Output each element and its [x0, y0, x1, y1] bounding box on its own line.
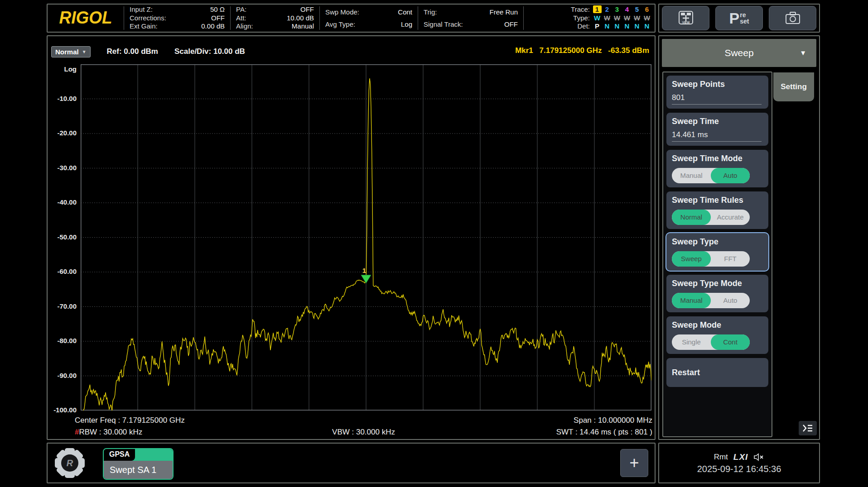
status-group-3: Trig:Free RunSignal Track:OFF — [418, 5, 523, 32]
card-sweep-type: Sweep TypeSweepFFT — [666, 233, 768, 271]
sweep-time-rules-option-normal[interactable]: Normal — [672, 210, 711, 225]
trace-detector: P — [592, 22, 602, 31]
sweep-type-mode-option-auto[interactable]: Auto — [711, 293, 750, 308]
trace-type: W — [622, 14, 632, 23]
sweep-points-title: Sweep Points — [672, 80, 763, 89]
tab-setting[interactable]: Setting — [773, 72, 814, 101]
app-task-bar: R GPSA Swept SA 1 + — [47, 443, 656, 483]
collapse-menu-button[interactable] — [799, 421, 817, 435]
sweep-time-mode-option-auto[interactable]: Auto — [711, 168, 750, 183]
view-icon: VIEW — [677, 9, 694, 27]
sweep-time-mode-option-manual[interactable]: Manual — [672, 168, 711, 183]
status-group-0: Input Z:50 ΩCorrections:OFFExt Gain:0.00… — [124, 5, 230, 32]
preset-set-text: set — [740, 18, 749, 24]
preset-p-text: P — [729, 11, 740, 25]
app-tab-title: Swept SA 1 — [104, 461, 173, 479]
app-window: RIGOL Input Z:50 ΩCorrections:OFFExt Gai… — [0, 0, 868, 487]
trace-mode-dropdown[interactable]: Normal ▼ — [51, 46, 91, 57]
speaker-muted-icon[interactable] — [753, 453, 764, 461]
screenshot-button[interactable] — [769, 6, 816, 30]
vbw-readout: VBW : 30.000 kHz — [332, 428, 395, 437]
trace-detector: N — [642, 22, 652, 31]
marker1-frequency: 7.179125000 GHz — [540, 46, 602, 55]
ref-level-readout: Ref: 0.00 dBm — [107, 47, 158, 56]
menu-collapse-icon — [802, 424, 814, 433]
y-tick-label: -30.00 — [48, 164, 77, 172]
app-mode-label: GPSA — [104, 449, 135, 461]
status-item: Signal Track:OFF — [424, 18, 518, 30]
scale-per-div-readout: Scale/Div: 10.00 dB — [174, 47, 245, 56]
y-tick-label: -50.00 — [48, 233, 77, 241]
y-tick-label: -60.00 — [48, 267, 77, 275]
menu-title-dropdown[interactable]: Sweep ▼ — [662, 39, 816, 67]
status-item: PA:OFF — [236, 5, 314, 14]
card-restart[interactable]: Restart — [666, 358, 768, 387]
trace-detector: N — [612, 22, 622, 31]
chart-header: Normal ▼ Ref: 0.00 dBm Scale/Div: 10.00 … — [51, 44, 245, 59]
top-right-toolbar: VIEW P re set — [658, 4, 820, 33]
spectrum-display: Normal ▼ Ref: 0.00 dBm Scale/Div: 10.00 … — [47, 35, 656, 440]
sweep-type-toggle[interactable]: SweepFFT — [672, 251, 750, 267]
sweep-time-rules-title: Sweep Time Rules — [672, 196, 763, 205]
trace-number-row: Trace:123456 — [566, 5, 652, 14]
trace-detector: N — [632, 22, 642, 31]
add-app-button[interactable]: + — [620, 449, 648, 477]
view-button[interactable]: VIEW — [662, 6, 709, 30]
sweep-time-mode-title: Sweep Time Mode — [672, 154, 763, 163]
card-sweep-type-mode: Sweep Type ModeManualAuto — [666, 275, 768, 312]
y-tick-label: -90.00 — [48, 372, 77, 379]
y-tick-label: -70.00 — [48, 302, 77, 310]
sweep-mode-option-single[interactable]: Single — [672, 334, 711, 350]
rigol-logo: RIGOL — [48, 5, 124, 32]
preset-button[interactable]: P re set — [715, 6, 763, 30]
rigol-logo-text: RIGOL — [59, 8, 112, 28]
sweep-type-option-sweep[interactable]: Sweep — [672, 251, 711, 267]
sweep-time-mode-toggle[interactable]: ManualAuto — [672, 168, 750, 183]
tab-swept-sa[interactable]: GPSA Swept SA 1 — [103, 448, 174, 480]
card-sweep-time: Sweep Time14.461 ms — [666, 113, 768, 146]
marker1-amplitude: -63.35 dBm — [608, 46, 649, 55]
trace-type-row: Type:WWWWWW — [566, 14, 652, 23]
sweep-type-title: Sweep Type — [672, 237, 763, 247]
status-item: Corrections:OFF — [130, 14, 225, 23]
sweep-mode-title: Sweep Mode — [672, 320, 763, 330]
y-tick-label: -40.00 — [48, 198, 77, 206]
y-tick-label: -100.00 — [48, 406, 77, 414]
trace-number: 2 — [602, 5, 612, 14]
sweep-type-mode-toggle[interactable]: ManualAuto — [672, 293, 750, 308]
sweep-type-option-fft[interactable]: FFT — [711, 251, 750, 267]
trace-detector-row: Det:PNNNNN — [566, 22, 652, 31]
sweep-time-rules-toggle[interactable]: NormalAccurate — [672, 210, 750, 225]
sweep-menu-panel: Sweep ▼ Setting Sweep Points801Sweep Tim… — [658, 35, 820, 440]
sweep-mode-option-cont[interactable]: Cont — [711, 334, 750, 350]
rbw-readout: #RBW : 30.000 kHz — [75, 428, 142, 437]
sweep-time-title: Sweep Time — [672, 117, 763, 126]
lxi-logo: LXI — [733, 452, 748, 462]
trace-number: 5 — [632, 5, 642, 14]
sweep-type-mode-title: Sweep Type Mode — [672, 279, 763, 288]
status-item: Avg Type:Log — [325, 18, 412, 30]
amplitude-scale-label: Log — [49, 65, 77, 73]
status-item: Ext Gain:0.00 dB — [130, 22, 225, 31]
swt-readout: SWT : 14.46 ms ( pts : 801 ) — [556, 428, 652, 437]
svg-text:R: R — [67, 458, 73, 468]
status-groups: Input Z:50 ΩCorrections:OFFExt Gain:0.00… — [124, 5, 563, 32]
restart-title: Restart — [672, 368, 700, 377]
preset-re-text: re — [740, 12, 749, 18]
y-tick-label: -80.00 — [48, 337, 77, 344]
preset-logo: P re set — [729, 11, 749, 25]
sweep-points-value[interactable]: 801 — [672, 93, 762, 105]
trace-type: W — [602, 14, 612, 23]
y-tick-label: -20.00 — [48, 129, 77, 137]
sweep-settings-cards: Sweep Points801Sweep Time14.461 msSweep … — [662, 72, 772, 437]
sweep-mode-toggle[interactable]: SingleCont — [672, 334, 750, 350]
trace-detector: N — [602, 22, 612, 31]
sweep-time-rules-option-accurate[interactable]: Accurate — [711, 210, 750, 225]
status-item: Align:Manual — [236, 22, 314, 31]
system-gear-icon[interactable]: R — [52, 445, 87, 481]
sweep-type-mode-option-manual[interactable]: Manual — [672, 293, 711, 308]
sweep-time-value[interactable]: 14.461 ms — [672, 130, 762, 142]
card-sweep-time-mode: Sweep Time ModeManualAuto — [666, 150, 768, 187]
camera-icon — [784, 10, 801, 26]
trace-detector: N — [622, 22, 632, 31]
